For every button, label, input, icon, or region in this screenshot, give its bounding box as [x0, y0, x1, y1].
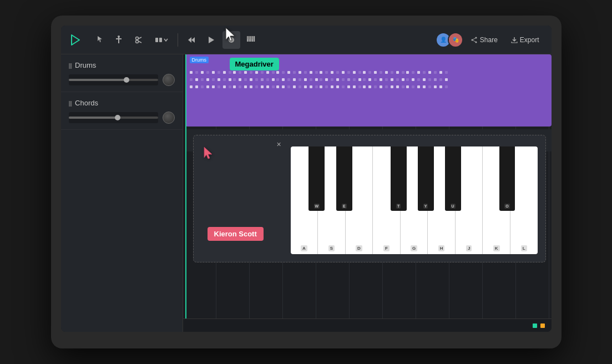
drum-pattern — [190, 71, 448, 123]
drums-volume-knob[interactable] — [163, 74, 175, 86]
drums-track-controls — [69, 74, 175, 86]
pattern-block-5 — [363, 71, 404, 123]
key-s-label: S — [328, 245, 335, 251]
status-dot-green — [533, 323, 537, 328]
megadriver-label: Megadriver — [230, 58, 279, 70]
separator-1 — [178, 33, 178, 47]
piano-popup[interactable]: × Kieron Scott — [193, 135, 546, 262]
svg-line-28 — [472, 40, 476, 42]
pattern-block-6 — [406, 71, 448, 123]
white-key-h[interactable]: H — [428, 146, 456, 254]
key-a-label: A — [301, 245, 307, 251]
white-key-f[interactable]: F — [373, 146, 401, 254]
screen: 👤 🎭 Share — [61, 26, 552, 332]
piano-close-icon: × — [277, 140, 281, 149]
white-key-k[interactable]: K — [483, 146, 510, 254]
play-button[interactable] — [203, 31, 220, 49]
svg-rect-22 — [251, 36, 252, 39]
piano-roll-button[interactable] — [242, 31, 260, 49]
white-key-j[interactable]: J — [456, 146, 483, 254]
pattern-block-2 — [233, 71, 275, 123]
toolbar: 👤 🎭 Share — [61, 26, 552, 54]
share-button[interactable]: Share — [466, 33, 503, 47]
white-key-a[interactable]: A — [291, 146, 318, 254]
chords-slider-track — [69, 117, 158, 119]
svg-point-5 — [135, 37, 138, 39]
svg-point-14 — [229, 37, 234, 43]
drums-track-name: Drums — [75, 61, 96, 69]
key-f-label: F — [383, 245, 390, 251]
tracks-area[interactable]: Drums Megadriver — [183, 54, 552, 318]
drums-clip[interactable]: Drums Megadriver — [185, 54, 552, 127]
key-k-label: K — [493, 245, 500, 251]
arrangement-view: Drums Megadriver — [183, 54, 552, 332]
chords-volume-slider[interactable] — [69, 112, 158, 123]
svg-point-4 — [118, 36, 120, 38]
key-j-label: J — [466, 245, 472, 251]
white-key-s[interactable]: S — [318, 146, 346, 254]
svg-line-27 — [472, 38, 476, 40]
white-key-g[interactable]: G — [401, 146, 428, 254]
chords-slider-fill — [69, 117, 118, 119]
avatar-2-img: 🎭 — [449, 33, 462, 47]
scissors-tool-button[interactable] — [130, 31, 148, 49]
drums-slider-thumb — [124, 77, 129, 83]
svg-point-6 — [135, 40, 138, 43]
key-l-label: L — [521, 245, 527, 251]
kieron-cursor — [203, 146, 215, 163]
pin-tool-button[interactable] — [110, 31, 128, 49]
white-key-d[interactable]: D — [346, 146, 373, 254]
kieron-scott-label: Kieron Scott — [208, 227, 264, 241]
svg-marker-12 — [191, 37, 195, 43]
avatar-group: 👤 🎭 — [436, 32, 463, 48]
pattern-block-3 — [276, 71, 318, 123]
white-keys-row: A S D — [291, 146, 538, 254]
avatar-2: 🎭 — [448, 32, 463, 48]
key-g-label: G — [411, 245, 417, 251]
chords-track-controls — [69, 112, 175, 124]
export-button[interactable]: Export — [505, 33, 545, 47]
bottom-status-bar — [183, 318, 552, 332]
pattern-block-1 — [190, 71, 231, 123]
drum-pattern-container — [190, 71, 547, 123]
app-logo[interactable] — [68, 32, 83, 48]
svg-rect-23 — [252, 36, 254, 39]
svg-marker-0 — [72, 35, 79, 45]
track-header-chords: ||| Chords — [69, 99, 175, 107]
laptop-frame: 👤 🎭 Share — [51, 16, 562, 348]
piano-keyboard[interactable]: A S D — [291, 146, 538, 254]
sidebar: ||| Drums — [61, 54, 183, 332]
rewind-button[interactable] — [183, 31, 200, 49]
share-label: Share — [480, 36, 498, 44]
record-button[interactable] — [222, 31, 240, 49]
drums-slider-track — [69, 79, 158, 81]
track-item-drums: ||| Drums — [61, 54, 183, 92]
playhead — [185, 54, 186, 318]
svg-rect-20 — [247, 36, 249, 39]
chords-volume-knob[interactable] — [163, 112, 175, 124]
track-item-chords: ||| Chords — [61, 92, 183, 130]
chords-track-name: Chords — [75, 99, 98, 107]
drums-volume-slider[interactable] — [69, 74, 158, 85]
piano-close-button[interactable]: × — [277, 140, 281, 149]
drums-track-icon: ||| — [69, 62, 72, 69]
clip-badge: Drums — [190, 57, 209, 63]
pattern-block-4 — [320, 71, 361, 123]
chords-slider-thumb — [115, 115, 120, 120]
svg-rect-21 — [249, 36, 250, 39]
svg-rect-19 — [254, 36, 255, 42]
export-label: Export — [520, 36, 539, 44]
drums-slider-fill — [69, 79, 127, 81]
cursor-tool-button[interactable] — [90, 31, 108, 49]
piano-keyboard-container: A S D — [291, 146, 538, 254]
key-d-label: D — [356, 245, 362, 251]
svg-marker-13 — [209, 37, 214, 43]
status-dot-yellow — [540, 323, 545, 328]
svg-rect-10 — [159, 38, 162, 42]
split-tool-button[interactable] — [150, 31, 173, 49]
svg-marker-11 — [188, 37, 191, 43]
white-key-l[interactable]: L — [510, 146, 538, 254]
key-h-label: H — [438, 245, 445, 251]
track-header-drums: ||| Drums — [69, 61, 175, 69]
svg-rect-9 — [155, 38, 158, 42]
